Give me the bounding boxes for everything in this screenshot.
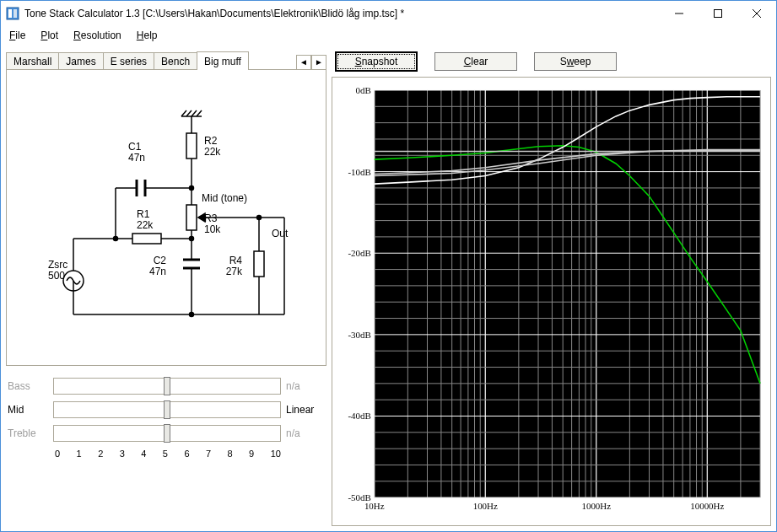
svg-text:47n: 47n xyxy=(128,152,145,164)
svg-text:10k: 10k xyxy=(204,223,221,235)
svg-marker-46 xyxy=(198,213,205,222)
svg-line-36 xyxy=(181,110,186,116)
mid-label: Mid xyxy=(8,404,48,416)
svg-text:R2: R2 xyxy=(204,135,218,147)
svg-rect-51 xyxy=(254,251,264,277)
tab-scroll-right[interactable]: ► xyxy=(311,55,326,70)
svg-text:C2: C2 xyxy=(154,255,167,266)
svg-text:-10dB: -10dB xyxy=(348,167,370,177)
svg-rect-18 xyxy=(132,234,161,244)
svg-rect-41 xyxy=(186,205,197,230)
svg-text:1000Hz: 1000Hz xyxy=(581,501,611,511)
controls-panel: Bass n/a Mid Linear Treble n/a 0 1 2 3 4… xyxy=(6,376,326,460)
svg-text:Zsrc: Zsrc xyxy=(48,259,67,271)
bode-plot[interactable]: 0dB-10dB-20dB-30dB-40dB-50dB10Hz100Hz100… xyxy=(337,83,765,520)
svg-point-22 xyxy=(114,237,118,241)
tab-bench[interactable]: Bench xyxy=(154,52,197,70)
svg-text:22k: 22k xyxy=(204,146,221,158)
svg-line-37 xyxy=(186,110,192,116)
svg-text:Out: Out xyxy=(272,228,289,239)
svg-text:10000Hz: 10000Hz xyxy=(690,501,724,511)
bass-label: Bass xyxy=(8,380,48,392)
svg-text:-30dB: -30dB xyxy=(348,330,370,340)
mid-slider[interactable] xyxy=(53,401,281,418)
circuit-panel: R1 22k C1 47n xyxy=(6,69,326,366)
mid-value: Linear xyxy=(286,404,325,416)
bass-value: n/a xyxy=(286,380,325,392)
sweep-button[interactable]: Sweep xyxy=(534,52,617,71)
minimize-button[interactable] xyxy=(660,1,699,26)
circuit-schematic[interactable]: R1 22k C1 47n xyxy=(23,78,310,357)
tab-big-muff[interactable]: Big muff xyxy=(197,51,249,70)
treble-slider xyxy=(53,425,281,442)
bass-slider xyxy=(53,378,281,395)
svg-line-38 xyxy=(192,110,197,116)
svg-text:47n: 47n xyxy=(149,266,166,277)
svg-text:R4: R4 xyxy=(229,255,243,266)
tab-scroll-left[interactable]: ◄ xyxy=(296,55,311,70)
svg-rect-4 xyxy=(715,10,722,18)
svg-text:R1: R1 xyxy=(137,208,150,220)
svg-text:0dB: 0dB xyxy=(356,85,371,95)
menu-resolution[interactable]: Resolution xyxy=(73,30,121,41)
svg-line-39 xyxy=(197,110,202,116)
treble-label: Treble xyxy=(8,427,48,439)
maximize-button[interactable] xyxy=(699,1,737,26)
tab-marshall[interactable]: Marshall xyxy=(6,52,59,70)
treble-value: n/a xyxy=(286,427,325,439)
svg-text:27k: 27k xyxy=(226,266,243,277)
svg-text:-40dB: -40dB xyxy=(348,411,370,421)
svg-text:-20dB: -20dB xyxy=(348,248,370,258)
tab-james[interactable]: James xyxy=(58,52,103,70)
clear-button[interactable]: Clear xyxy=(434,52,517,71)
svg-text:10Hz: 10Hz xyxy=(364,501,385,511)
tab-e-series[interactable]: E series xyxy=(103,52,154,70)
svg-rect-2 xyxy=(13,9,17,18)
svg-text:Mid (tone): Mid (tone) xyxy=(202,192,247,204)
menu-plot[interactable]: Plot xyxy=(40,30,58,41)
svg-text:500: 500 xyxy=(48,270,65,282)
circuit-tabs: Marshall James E series Bench Big muff ◄… xyxy=(6,50,326,70)
snapshot-button[interactable]: Snapshot xyxy=(335,51,418,72)
graph-toolbar: Snapshot Clear Sweep xyxy=(332,50,771,77)
close-button[interactable] xyxy=(737,1,776,26)
window-title: Tone Stack Calculator 1.3 [C:\Users\Haka… xyxy=(24,8,404,19)
svg-text:22k: 22k xyxy=(137,219,154,231)
menu-help[interactable]: Help xyxy=(137,30,158,41)
svg-text:R3: R3 xyxy=(204,212,218,224)
svg-text:100Hz: 100Hz xyxy=(473,501,498,511)
menubar: File Plot Resolution Help xyxy=(1,26,776,45)
app-icon xyxy=(6,7,19,20)
graph-panel: 0dB-10dB-20dB-30dB-40dB-50dB10Hz100Hz100… xyxy=(332,77,771,526)
svg-rect-1 xyxy=(8,9,12,18)
svg-text:C1: C1 xyxy=(128,141,142,153)
menu-file[interactable]: File xyxy=(9,30,25,41)
titlebar: Tone Stack Calculator 1.3 [C:\Users\Haka… xyxy=(1,1,776,26)
svg-rect-31 xyxy=(186,133,197,159)
slider-scale: 0 1 2 3 4 5 6 7 8 9 10 xyxy=(55,449,281,459)
